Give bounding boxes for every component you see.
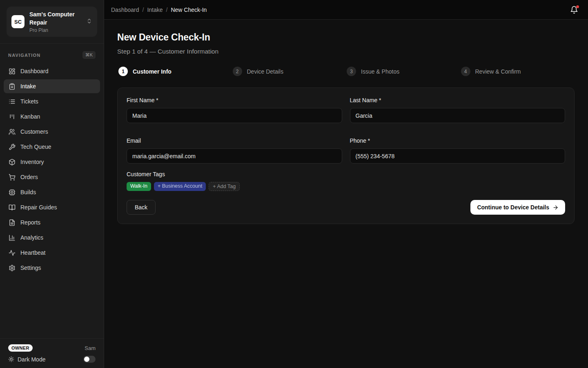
- layout-dashboard-icon: [8, 68, 16, 75]
- workspace-avatar: SC: [11, 15, 24, 28]
- last-name-label: Last Name *: [350, 97, 566, 103]
- package-icon: [8, 159, 16, 166]
- dark-mode-toggle[interactable]: [83, 356, 96, 363]
- step-device-details: 2 Device Details: [233, 67, 347, 76]
- role-badge: OWNER: [8, 344, 33, 352]
- sidebar-footer: OWNER Sam Dark Mode: [0, 338, 104, 368]
- bar-chart-icon: [8, 234, 16, 241]
- command-k-shortcut[interactable]: ⌘K: [82, 51, 96, 59]
- sidebar-item-label: Customers: [20, 128, 48, 135]
- sidebar-nav: Dashboard Intake Tickets Kanban Customer…: [0, 64, 104, 275]
- file-text-icon: [8, 219, 16, 226]
- first-name-input[interactable]: [127, 108, 342, 123]
- sidebar-item-settings[interactable]: Settings: [4, 261, 100, 275]
- first-name-label: First Name *: [127, 97, 342, 103]
- step-number: 4: [461, 67, 470, 76]
- sun-icon: [8, 356, 14, 362]
- form-grid: First Name * Last Name * Email Phone *: [127, 97, 565, 164]
- workspace-plan: Pro Plan: [29, 27, 81, 33]
- page-subtitle: Step 1 of 4 — Customer Information: [117, 48, 575, 55]
- workspace-section: SC Sam's Computer Repair Pro Plan: [0, 0, 104, 44]
- sidebar-item-intake[interactable]: Intake: [4, 79, 100, 93]
- nav-section-label: NAVIGATION: [8, 53, 40, 58]
- notification-dot: [576, 5, 579, 8]
- sidebar-item-kanban[interactable]: Kanban: [4, 110, 100, 123]
- cpu-icon: [8, 189, 16, 196]
- sidebar-item-dashboard[interactable]: Dashboard: [4, 64, 100, 78]
- form-actions: Back Continue to Device Details: [127, 200, 565, 215]
- wrench-icon: [8, 144, 16, 150]
- sidebar-item-label: Kanban: [20, 113, 40, 120]
- sidebar: SC Sam's Computer Repair Pro Plan NAVIGA…: [0, 0, 104, 368]
- shopping-cart-icon: [8, 174, 16, 181]
- breadcrumb-separator: /: [166, 7, 168, 13]
- phone-label: Phone *: [350, 137, 566, 144]
- app: SC Sam's Computer Repair Pro Plan NAVIGA…: [0, 0, 588, 368]
- customer-tags-section: Customer Tags Walk-In + Business Account…: [127, 171, 565, 191]
- sidebar-item-label: Dashboard: [20, 68, 49, 74]
- step-number: 2: [233, 67, 242, 76]
- sidebar-item-label: Inventory: [20, 159, 44, 165]
- book-open-icon: [8, 204, 16, 211]
- add-tag-button[interactable]: + Add Tag: [209, 182, 240, 191]
- tag-walk-in[interactable]: Walk-In: [127, 182, 151, 191]
- page-title: New Device Check-In: [117, 32, 575, 43]
- sidebar-item-label: Heartbeat: [20, 249, 45, 256]
- sidebar-item-heartbeat[interactable]: Heartbeat: [4, 246, 100, 260]
- topbar: Dashboard / Intake / New Check-In: [104, 0, 588, 20]
- field-last-name: Last Name *: [350, 97, 566, 123]
- email-input[interactable]: [127, 148, 342, 164]
- sidebar-item-analytics[interactable]: Analytics: [4, 231, 100, 245]
- workspace-name: Sam's Computer Repair: [29, 10, 81, 27]
- users-icon: [8, 128, 16, 135]
- step-number: 3: [347, 67, 356, 76]
- sidebar-item-orders[interactable]: Orders: [4, 170, 100, 184]
- main: Dashboard / Intake / New Check-In New De…: [104, 0, 588, 368]
- dark-mode-row: Dark Mode: [8, 356, 96, 363]
- gear-icon: [8, 265, 16, 272]
- stepper: 1 Customer Info 2 Device Details 3 Issue…: [118, 67, 575, 76]
- breadcrumb-dashboard[interactable]: Dashboard: [111, 7, 139, 13]
- notifications-bell-icon[interactable]: [570, 6, 578, 14]
- email-label: Email: [127, 137, 342, 144]
- sidebar-item-builds[interactable]: Builds: [4, 185, 100, 199]
- breadcrumb-current: New Check-In: [171, 7, 207, 13]
- sidebar-item-tech-queue[interactable]: Tech Queue: [4, 140, 100, 154]
- field-email: Email: [127, 137, 342, 164]
- continue-button-label: Continue to Device Details: [477, 204, 549, 211]
- step-label: Device Details: [247, 68, 283, 75]
- chevrons-up-down-icon: [86, 18, 92, 26]
- breadcrumb-intake[interactable]: Intake: [147, 7, 163, 13]
- sidebar-item-label: Orders: [20, 174, 38, 180]
- sidebar-item-label: Settings: [20, 265, 41, 271]
- step-label: Customer Info: [133, 68, 172, 75]
- list-icon: [8, 98, 16, 105]
- phone-input[interactable]: [350, 148, 566, 164]
- clipboard-plus-icon: [8, 83, 16, 90]
- tags-row: Walk-In + Business Account + Add Tag: [127, 182, 565, 191]
- customer-tags-label: Customer Tags: [127, 171, 565, 177]
- back-button[interactable]: Back: [127, 200, 156, 215]
- step-number: 1: [118, 67, 128, 76]
- sidebar-item-inventory[interactable]: Inventory: [4, 155, 100, 169]
- field-first-name: First Name *: [127, 97, 342, 123]
- sidebar-item-reports[interactable]: Reports: [4, 215, 100, 229]
- kanban-icon: [8, 113, 16, 120]
- sidebar-item-customers[interactable]: Customers: [4, 125, 100, 139]
- last-name-input[interactable]: [350, 108, 566, 123]
- tag-business-account[interactable]: + Business Account: [154, 182, 206, 191]
- sidebar-item-repair-guides[interactable]: Repair Guides: [4, 200, 100, 214]
- arrow-right-icon: [552, 204, 559, 211]
- sidebar-item-label: Intake: [20, 83, 36, 90]
- sidebar-item-tickets[interactable]: Tickets: [4, 94, 100, 108]
- breadcrumb-separator: /: [143, 7, 144, 13]
- toggle-knob: [84, 357, 89, 362]
- continue-button[interactable]: Continue to Device Details: [470, 200, 565, 215]
- field-phone: Phone *: [350, 137, 566, 164]
- sidebar-item-label: Tech Queue: [20, 144, 51, 150]
- dark-mode-label: Dark Mode: [18, 356, 45, 363]
- content: New Device Check-In Step 1 of 4 — Custom…: [104, 20, 588, 224]
- sidebar-item-label: Reports: [20, 219, 40, 226]
- sidebar-item-label: Analytics: [20, 234, 43, 241]
- workspace-switcher[interactable]: SC Sam's Computer Repair Pro Plan: [7, 7, 97, 37]
